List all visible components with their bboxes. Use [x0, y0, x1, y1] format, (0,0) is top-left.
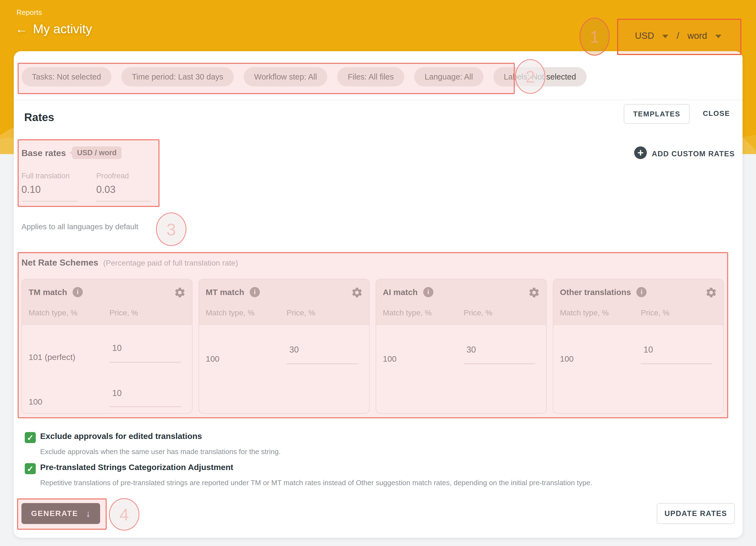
price-input[interactable]: 30 — [289, 345, 299, 355]
info-icon[interactable]: i — [250, 287, 260, 297]
match-type-value: 100 — [29, 397, 42, 407]
unit-dropdown[interactable]: word — [688, 31, 707, 41]
price-input[interactable]: 30 — [466, 345, 476, 355]
scheme-card-header — [199, 279, 369, 325]
input-underline — [109, 362, 181, 363]
filter-chip-tasks[interactable]: Tasks: Not selected — [21, 67, 111, 86]
price-column-label: Price, % — [287, 309, 315, 317]
applies-note: Applies to all languages by default — [21, 222, 138, 231]
gear-icon[interactable] — [351, 287, 363, 299]
add-custom-rates-button[interactable]: ADD CUSTOM RATES — [652, 150, 735, 158]
info-icon[interactable]: i — [636, 287, 647, 297]
chevron-down-icon[interactable] — [662, 35, 668, 38]
input-underline — [641, 364, 712, 364]
currency-dropdown[interactable]: USD — [635, 31, 654, 41]
currency-unit-select: USD / word — [617, 19, 739, 53]
price-input[interactable]: 10 — [112, 388, 122, 398]
scheme-card-header — [553, 279, 723, 325]
price-input[interactable]: 10 — [644, 345, 653, 355]
match-type-value: 100 — [560, 354, 574, 364]
filter-chip-labels[interactable]: Labels: Not selected — [493, 67, 587, 86]
page-title: My activity — [33, 23, 92, 35]
report-settings-card: Tasks: Not selected Time period: Last 30… — [14, 51, 743, 538]
scheme-title: AI match — [383, 288, 418, 297]
input-underline — [21, 201, 78, 201]
match-type-value: 101 (perfect) — [29, 353, 75, 362]
update-rates-button[interactable]: UPDATE RATES — [657, 503, 735, 524]
close-button[interactable]: CLOSE — [701, 104, 732, 123]
net-rate-schemes-subtitle: (Percentage paid of full translation rat… — [103, 259, 238, 267]
currency-unit-separator: / — [677, 31, 679, 41]
filter-chip-workflow[interactable]: Workflow step: All — [244, 67, 327, 86]
filter-chip-files[interactable]: Files: All files — [337, 67, 404, 86]
scheme-title: TM match — [29, 288, 67, 297]
gear-icon[interactable] — [705, 287, 717, 299]
info-icon[interactable]: i — [73, 287, 83, 297]
price-input[interactable]: 10 — [112, 343, 122, 353]
checkbox-exclude-approvals-label[interactable]: Exclude approvals for edited translation… — [40, 432, 202, 441]
price-column-label: Price, % — [464, 309, 492, 317]
download-arrow-icon: ↓ — [86, 508, 90, 519]
filter-chip-language[interactable]: Language: All — [414, 67, 483, 86]
match-type-column-label: Match type, % — [560, 309, 609, 317]
plus-icon[interactable]: + — [634, 146, 647, 159]
price-column-label: Price, % — [641, 309, 669, 317]
scheme-title: Other translations — [560, 288, 631, 297]
checkbox-pretranslated-adjustment-label[interactable]: Pre-translated Strings Categorization Ad… — [40, 463, 233, 472]
input-underline — [109, 407, 181, 407]
match-type-value: 100 — [206, 354, 219, 364]
generate-button-label: GENERATE — [31, 509, 78, 518]
scheme-card-mt-match: MT match i Match type, % Price, % 100 30 — [199, 279, 370, 414]
proofread-label: Proofread — [96, 172, 129, 180]
info-icon[interactable]: i — [423, 287, 433, 297]
full-translation-label: Full translation — [21, 172, 70, 180]
base-rates-unit-badge: USD / word — [72, 146, 122, 159]
input-underline — [287, 364, 358, 364]
divider — [14, 100, 743, 100]
scheme-card-other-translations: Other translations i Match type, % Price… — [553, 279, 724, 414]
full-translation-input[interactable]: 0.10 — [21, 184, 41, 195]
match-type-column-label: Match type, % — [206, 309, 254, 317]
gear-icon[interactable] — [528, 287, 540, 299]
input-underline — [96, 201, 151, 201]
base-rates-title: Base rates — [21, 148, 66, 158]
checkbox-exclude-approvals-description: Exclude approvals when the same user has… — [40, 448, 281, 456]
price-column-label: Price, % — [109, 309, 138, 317]
match-type-column-label: Match type, % — [29, 309, 77, 317]
scheme-card-header — [376, 279, 546, 325]
back-arrow-icon[interactable]: ← — [15, 23, 28, 35]
match-type-column-label: Match type, % — [383, 309, 431, 317]
net-rate-schemes-title: Net Rate Schemes — [21, 257, 98, 268]
breadcrumb[interactable]: Reports — [17, 8, 42, 17]
scheme-card-header — [22, 279, 192, 325]
scheme-card-tm-match: TM match i Match type, % Price, % 101 (p… — [21, 279, 193, 414]
checkbox-pretranslated-adjustment[interactable]: ✓ — [25, 463, 36, 474]
proofread-input[interactable]: 0.03 — [96, 184, 116, 195]
filter-chip-time-period[interactable]: Time period: Last 30 days — [121, 67, 234, 86]
chevron-down-icon[interactable] — [715, 35, 721, 38]
scheme-title: MT match — [206, 288, 244, 297]
templates-button[interactable]: TEMPLATES — [624, 104, 690, 124]
rates-section-title: Rates — [24, 111, 54, 123]
checkbox-exclude-approvals[interactable]: ✓ — [25, 432, 36, 443]
checkbox-pretranslated-adjustment-description: Repetitive translations of pre-translate… — [40, 479, 592, 487]
scheme-card-ai-match: AI match i Match type, % Price, % 100 30 — [376, 279, 547, 414]
generate-button[interactable]: GENERATE ↓ — [21, 503, 100, 524]
input-underline — [464, 364, 535, 364]
match-type-value: 100 — [383, 354, 397, 364]
gear-icon[interactable] — [174, 287, 186, 299]
filters-bar: Tasks: Not selected Time period: Last 30… — [21, 67, 587, 86]
